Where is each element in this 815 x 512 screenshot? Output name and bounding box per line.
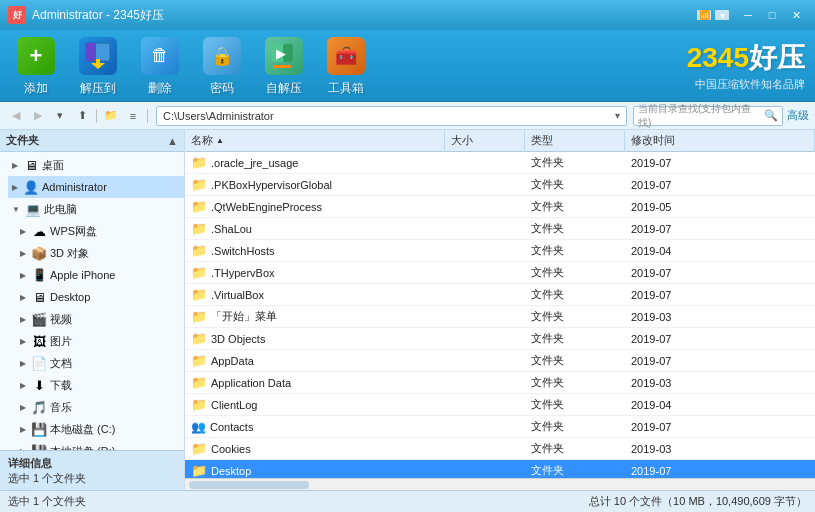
table-row[interactable]: 📁「开始」菜单 文件夹 2019-03 [185,306,815,328]
disk-c-icon: 💾 [31,421,47,437]
file-name: 📁.SwitchHosts [185,240,445,262]
table-row[interactable]: 📁.VirtualBox 文件夹 2019-07 [185,284,815,306]
sidebar-item-3d[interactable]: ▶ 📦 3D 对象 [16,242,184,264]
sidebar-item-label: 此电脑 [44,202,77,217]
selfextract-button[interactable]: ▶ 自解压 [258,35,310,97]
file-name: 📁Application Data [185,372,445,394]
file-name: 📁Desktop [185,460,445,479]
horizontal-scrollbar[interactable] [185,478,815,490]
add-button[interactable]: + 添加 [10,35,62,97]
file-type: 文件夹 [525,394,625,416]
table-row[interactable]: 📁Desktop 文件夹 2019-07 [185,460,815,478]
folder-icon: 📁 [191,397,207,412]
svg-rect-1 [86,43,96,61]
minimize-button[interactable]: ─ [737,6,759,24]
sidebar-item-thispc[interactable]: ▼ 💻 此电脑 [8,198,184,220]
extract-icon [77,35,119,77]
table-row[interactable]: 📁.PKBoxHypervisorGlobal 文件夹 2019-07 [185,174,815,196]
search-icon[interactable]: 🔍 [764,109,778,122]
folder-icon: 📁 [191,155,207,170]
file-date: 2019-07 [625,416,815,438]
folder-icon: 📁 [191,463,207,478]
list-view-button[interactable]: ≡ [123,106,143,126]
sidebar-item-iphone[interactable]: ▶ 📱 Apple iPhone [16,264,184,286]
file-size [445,328,525,350]
table-row[interactable]: 📁ClientLog 文件夹 2019-04 [185,394,815,416]
path-dropdown-icon[interactable]: ▾ [615,110,620,121]
sidebar-item-video[interactable]: ▶ 🎬 视频 [16,308,184,330]
table-row[interactable]: 📁AppData 文件夹 2019-07 [185,350,815,372]
folder-icon: 📁 [191,309,207,324]
brand-logo: 2345好压 [687,39,805,77]
table-row[interactable]: 📁.QtWebEngineProcess 文件夹 2019-05 [185,196,815,218]
sidebar-item-desktop[interactable]: ▶ 🖥 桌面 [8,154,184,176]
table-row[interactable]: 📁3D Objects 文件夹 2019-07 [185,328,815,350]
filelist: 名称 ▲ 大小 类型 修改时间 📁.oracle_jre_usage 文件夹 2… [185,130,815,490]
sidebar-collapse-button[interactable]: ▲ [167,135,178,147]
file-date: 2019-07 [625,152,815,174]
sidebar-item-administrator[interactable]: ▶ 👤 Administrator [8,176,184,198]
col-header-type[interactable]: 类型 [525,130,625,152]
table-row[interactable]: 📁Application Data 文件夹 2019-03 [185,372,815,394]
up-button[interactable]: ▾ [50,106,70,126]
file-size [445,284,525,306]
filelist-body: 📁.oracle_jre_usage 文件夹 2019-07 📁.PKBoxHy… [185,152,815,478]
file-name: 📁ClientLog [185,394,445,416]
back-button[interactable]: ◀ [6,106,26,126]
table-row[interactable]: 📁.THypervBox 文件夹 2019-07 [185,262,815,284]
table-row[interactable]: 📁.oracle_jre_usage 文件夹 2019-07 [185,152,815,174]
detail-panel-content: 详细信息 选中 1 个文件夹 [8,456,86,486]
browse-button[interactable]: 📁 [101,106,121,126]
table-row[interactable]: 📁.ShaLou 文件夹 2019-07 [185,218,815,240]
close-button[interactable]: ✕ [785,6,807,24]
col-header-name[interactable]: 名称 ▲ [185,130,445,152]
titlebar-title: Administrator - 2345好压 [32,7,697,24]
table-row[interactable]: 📁.SwitchHosts 文件夹 2019-04 [185,240,815,262]
wifi-icon: ▾ [715,10,729,20]
iphone-icon: 📱 [31,267,47,283]
sidebar-item-desktop2[interactable]: ▶ 🖥 Desktop [16,286,184,308]
sidebar-item-pictures[interactable]: ▶ 🖼 图片 [16,330,184,352]
file-name: 📁.ShaLou [185,218,445,240]
tools-button[interactable]: 🧰 工具箱 [320,35,372,97]
sidebar-item-music[interactable]: ▶ 🎵 音乐 [16,396,184,418]
sidebar-item-label: Apple iPhone [50,269,115,281]
folder-icon: 📁 [191,221,207,236]
password-button[interactable]: 🔒 密码 [196,35,248,97]
sidebar-item-docs[interactable]: ▶ 📄 文档 [16,352,184,374]
file-name: 📁AppData [185,350,445,372]
file-date: 2019-04 [625,240,815,262]
sidebar-item-diskc[interactable]: ▶ 💾 本地磁盘 (C:) [16,418,184,440]
sidebar-item-label: 3D 对象 [50,246,89,261]
sidebar-item-label: 音乐 [50,400,72,415]
path-bar[interactable]: C:\Users\Administrator ▾ [156,106,627,126]
hscroll-thumb[interactable] [189,481,309,489]
password-icon: 🔒 [201,35,243,77]
brand-sub: 中国压缩软件知名品牌 [695,77,805,92]
col-header-date[interactable]: 修改时间 [625,130,815,152]
col-header-size[interactable]: 大小 [445,130,525,152]
folder-icon: 📁 [191,199,207,214]
file-date: 2019-07 [625,350,815,372]
sidebar-content: ▶ 🖥 桌面 ▶ 👤 Administrator ▼ 💻 此电脑 ▶ ☁ WPS… [0,152,184,450]
brand-number: 2345 [687,42,749,73]
pc-icon: 💻 [25,201,41,217]
forward-button[interactable]: ▶ [28,106,48,126]
desktop2-icon: 🖥 [31,289,47,305]
folder-icon: 📁 [191,441,207,456]
sidebar-item-label: 图片 [50,334,72,349]
sidebar-item-diskd[interactable]: ▶ 💾 本地磁盘 (D:) [16,440,184,450]
file-date: 2019-07 [625,262,815,284]
folder-icon: 📁 [191,287,207,302]
search-bar[interactable]: 当前目录查找(支持包内查找) 🔍 [633,106,783,126]
sidebar-item-downloads[interactable]: ▶ ⬇ 下载 [16,374,184,396]
extract-button[interactable]: 解压到 [72,35,124,97]
home-button[interactable]: ⬆ [72,106,92,126]
filelist-header: 名称 ▲ 大小 类型 修改时间 [185,130,815,152]
advanced-button[interactable]: 高级 [787,108,809,123]
maximize-button[interactable]: □ [761,6,783,24]
sidebar-item-wps[interactable]: ▶ ☁ WPS网盘 [16,220,184,242]
table-row[interactable]: 👥Contacts 文件夹 2019-07 [185,416,815,438]
delete-button[interactable]: 🗑 删除 [134,35,186,97]
table-row[interactable]: 📁Cookies 文件夹 2019-03 [185,438,815,460]
